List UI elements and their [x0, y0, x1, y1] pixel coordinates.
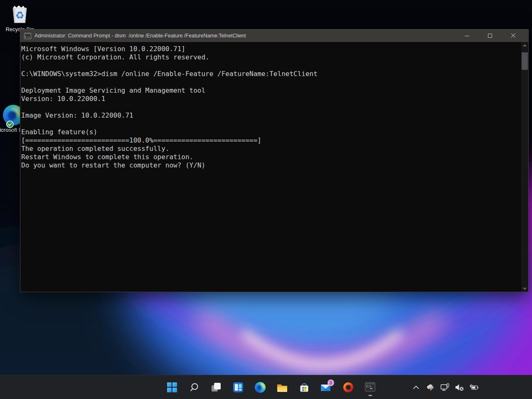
microsoft-store-icon	[299, 382, 310, 393]
window-titlebar[interactable]: C:\_ Administrator: Command Prompt - dis…	[20, 30, 528, 42]
mail-button[interactable]: 3	[317, 378, 335, 397]
windows-start-icon	[167, 382, 177, 393]
battery-tray-button[interactable]	[470, 383, 479, 392]
onedrive-warning-icon	[426, 383, 435, 392]
network-tray-button[interactable]	[441, 383, 450, 392]
minimize-button[interactable]	[455, 30, 478, 42]
onedrive-tray-button[interactable]	[426, 383, 435, 392]
svg-text:C:\: C:\	[366, 385, 372, 388]
file-explorer-icon	[276, 382, 288, 393]
command-prompt-window: C:\_ Administrator: Command Prompt - dis…	[20, 29, 529, 292]
close-button[interactable]	[502, 30, 525, 42]
recycle-bin-icon: ♻	[10, 3, 30, 25]
task-view-button[interactable]	[207, 378, 225, 397]
scroll-down-arrow-icon[interactable]	[521, 285, 528, 292]
search-button[interactable]	[185, 378, 203, 397]
svg-text:C:\_: C:\_	[25, 35, 31, 38]
maximize-button[interactable]	[478, 30, 502, 42]
edge-icon	[255, 382, 266, 393]
edge-button[interactable]	[251, 378, 269, 397]
checkmark-badge-icon	[6, 121, 14, 128]
command-prompt-icon: C:\_	[24, 33, 31, 39]
maximize-icon	[488, 34, 492, 38]
running-app-indicator	[368, 395, 372, 396]
mail-badge: 3	[328, 379, 334, 386]
office-icon	[343, 382, 354, 393]
taskbar-center-icons: 3 C:\	[163, 378, 379, 397]
window-title: Administrator: Command Prompt - dism /on…	[34, 33, 455, 39]
console-output: Microsoft Windows [Version 10.0.22000.71…	[21, 45, 520, 170]
office-button[interactable]	[339, 378, 357, 397]
search-icon	[189, 382, 199, 392]
volume-tray-button[interactable]	[455, 383, 464, 392]
file-explorer-button[interactable]	[273, 378, 291, 397]
command-prompt-icon: C:\	[365, 382, 376, 392]
ethernet-network-icon	[441, 383, 450, 392]
widgets-icon	[233, 382, 244, 393]
chevron-up-icon	[413, 385, 419, 389]
widgets-button[interactable]	[229, 378, 247, 397]
console-scrollbar[interactable]	[521, 42, 528, 292]
volume-muted-icon	[455, 383, 464, 392]
desktop: { "window": { "title": "Administrator: C…	[0, 0, 532, 399]
console-area[interactable]: Microsoft Windows [Version 10.0.22000.71…	[20, 42, 528, 292]
microsoft-store-button[interactable]	[295, 378, 313, 397]
scrollbar-thumb[interactable]	[522, 52, 528, 70]
svg-text:♻: ♻	[15, 10, 25, 21]
start-button[interactable]	[163, 378, 181, 397]
scroll-up-arrow-icon[interactable]	[521, 42, 528, 49]
close-icon	[511, 33, 516, 38]
show-hidden-icons-button[interactable]	[411, 383, 421, 392]
battery-charging-icon	[470, 384, 479, 391]
scrollbar-track[interactable]	[521, 49, 528, 285]
taskbar: 3 C:\	[0, 375, 532, 399]
task-view-icon	[211, 382, 222, 393]
command-prompt-taskbar-button[interactable]: C:\	[361, 378, 379, 397]
system-tray	[411, 375, 479, 399]
minimize-icon	[465, 36, 469, 36]
desktop-icon-recycle-bin[interactable]: ♻ Recycle Bin	[1, 3, 39, 33]
